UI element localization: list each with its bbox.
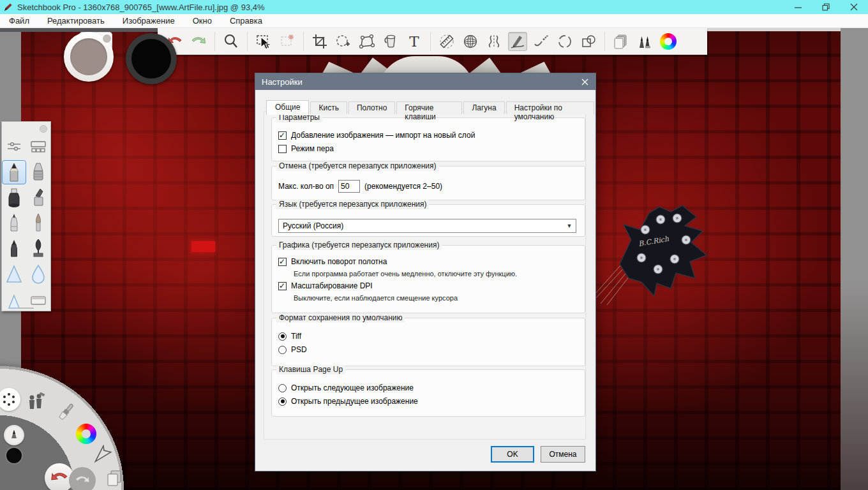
paintbrush-tool[interactable]	[26, 211, 50, 235]
toolbar-separator	[303, 32, 304, 51]
cursor-tools-icon[interactable]	[93, 444, 114, 466]
redo-button[interactable]	[69, 467, 96, 490]
radio-open-previous-image[interactable]: Открыть предыдущее изображение	[278, 397, 585, 406]
language-select[interactable]: Русский (Россия) ▼	[278, 219, 576, 233]
window-title: Sketchbook Pro - 1360x768_900765_[www.Ar…	[17, 3, 265, 12]
checkbox-icon[interactable]	[278, 282, 287, 290]
checkbox-dpi-scaling[interactable]: Масштабирование DPI	[278, 281, 585, 290]
brush-puck-icon[interactable]	[4, 425, 24, 445]
guitar-headstock-image: B.C.Rich	[595, 203, 717, 305]
tab-factory-defaults[interactable]: Настройки по умолчанию	[506, 101, 594, 114]
checkbox-pen-mode[interactable]: Режим пера	[278, 144, 585, 153]
menu-file[interactable]: Файл	[0, 14, 38, 27]
radio-icon[interactable]	[278, 332, 287, 341]
toolbar-separator	[214, 32, 215, 51]
canvas-rotation-note: Если программа работает очень медленно, …	[294, 270, 585, 278]
menu-help[interactable]: Справка	[221, 14, 271, 27]
pasteboard-top-strip-right	[707, 28, 841, 31]
application-window: Sketchbook Pro - 1360x768_900765_[www.Ar…	[0, 0, 868, 490]
menu-window[interactable]: Окно	[184, 14, 221, 27]
predictive-stroke-icon[interactable]	[532, 32, 551, 51]
checkbox-icon[interactable]	[278, 258, 287, 266]
dialog-titlebar[interactable]: Настройки	[255, 73, 595, 90]
redo-icon[interactable]	[189, 32, 208, 51]
airbrush-tool[interactable]	[26, 160, 50, 184]
tab-brush[interactable]: Кисть	[310, 101, 347, 114]
pencil-tool[interactable]	[2, 160, 26, 184]
shape-tool-icon[interactable]	[579, 32, 598, 51]
window-controls	[784, 0, 868, 14]
color-wheel-icon[interactable]	[76, 424, 96, 444]
group-graphics: Графика (требуется перезапуск приложения…	[271, 245, 585, 313]
menu-edit[interactable]: Редактировать	[38, 14, 114, 27]
ruler-icon[interactable]	[437, 32, 456, 51]
tab-hotkeys[interactable]: Горячие клавиши	[396, 101, 462, 114]
menu-image[interactable]: Изображение	[114, 14, 184, 27]
color-puck-icon[interactable]	[5, 447, 23, 464]
radio-tiff[interactable]: Tiff	[278, 332, 585, 341]
panel-resize-handle[interactable]	[19, 308, 34, 309]
radio-psd[interactable]: PSD	[278, 345, 585, 354]
deselect-icon[interactable]	[278, 32, 297, 51]
group-page-up-key: Клавиша Page Up Открыть следующее изобра…	[271, 369, 585, 417]
close-button[interactable]	[840, 0, 868, 14]
main-toolbar: T	[158, 28, 707, 55]
smear-tool[interactable]	[2, 262, 26, 286]
symmetry-icon[interactable]	[484, 32, 504, 51]
brush-settings-icon[interactable]	[6, 140, 22, 156]
layers-icon[interactable]	[105, 468, 124, 489]
ok-button[interactable]: OK	[491, 446, 534, 463]
app-pencil-icon	[4, 3, 12, 11]
checkbox-import-to-new-layer[interactable]: Добавление изображения — импорт на новый…	[278, 131, 585, 140]
radio-open-next-image[interactable]: Открыть следующее изображение	[278, 383, 585, 392]
tab-canvas[interactable]: Полотно	[348, 101, 395, 114]
brush-size-puck[interactable]	[64, 32, 114, 82]
group-save-format: Формат сохранения по умолчанию Tiff PSD	[271, 318, 585, 366]
mouse-cursor	[260, 36, 271, 50]
ballpoint-pen-tool[interactable]	[2, 211, 26, 235]
checkbox-icon[interactable]	[278, 145, 287, 153]
current-color-puck[interactable]	[126, 33, 177, 84]
cancel-button[interactable]: Отмена	[541, 446, 585, 463]
move-selection-icon[interactable]	[334, 32, 353, 51]
tab-general[interactable]: Общие	[266, 100, 309, 115]
edit-tools-icon[interactable]	[26, 392, 46, 413]
svg-text:T: T	[409, 33, 419, 50]
brush-sets-icon[interactable]	[30, 140, 47, 156]
chevron-down-icon: ▼	[563, 223, 576, 229]
window-titlebar[interactable]: Sketchbook Pro - 1360x768_900765_[www.Ar…	[0, 0, 868, 14]
brush-panel	[1, 121, 51, 311]
fill-icon[interactable]	[381, 32, 400, 51]
max-undo-hint: (рекомендуется 2–50)	[364, 182, 442, 191]
tab-lagoon[interactable]: Лагуна	[463, 101, 504, 114]
dpi-scaling-note: Выключите, если наблюдается смещение кур…	[294, 294, 585, 302]
felt-marker-tool[interactable]	[2, 237, 26, 261]
panel-grip-icon[interactable]	[40, 125, 47, 133]
ellipse-guide-icon[interactable]	[555, 32, 574, 51]
color-wheel-icon[interactable]	[659, 32, 678, 51]
checkbox-canvas-rotation[interactable]: Включить поворот полотна	[278, 257, 585, 266]
dialog-close-icon[interactable]	[574, 73, 595, 90]
minimize-button[interactable]	[784, 0, 812, 14]
layer-editor-icon[interactable]	[611, 32, 631, 51]
radio-icon[interactable]	[278, 384, 287, 392]
text-tool-icon[interactable]: T	[405, 32, 424, 51]
calligraphy-pen-tool[interactable]	[26, 237, 50, 261]
crop-icon[interactable]	[310, 32, 329, 51]
perspective-guide-icon[interactable]	[461, 32, 480, 51]
stroke-stabilizer-icon[interactable]	[508, 32, 527, 51]
radio-icon[interactable]	[278, 397, 287, 406]
brush-palette-icon[interactable]	[55, 401, 78, 424]
distort-transform-icon[interactable]	[357, 32, 377, 51]
checkbox-icon[interactable]	[278, 131, 287, 140]
ink-pen-tool[interactable]	[2, 186, 26, 210]
brush-library-icon[interactable]	[635, 32, 654, 51]
canvas[interactable]: B.C.Rich T	[0, 28, 868, 490]
radio-icon[interactable]	[278, 346, 287, 354]
chisel-marker-tool[interactable]	[26, 186, 50, 210]
blend-drop-tool[interactable]	[26, 262, 50, 286]
zoom-icon[interactable]	[221, 32, 241, 51]
group-parameters: Параметры Добавление изображения — импор…	[271, 117, 585, 161]
max-undo-input[interactable]	[338, 180, 360, 193]
restore-button[interactable]	[812, 0, 840, 14]
